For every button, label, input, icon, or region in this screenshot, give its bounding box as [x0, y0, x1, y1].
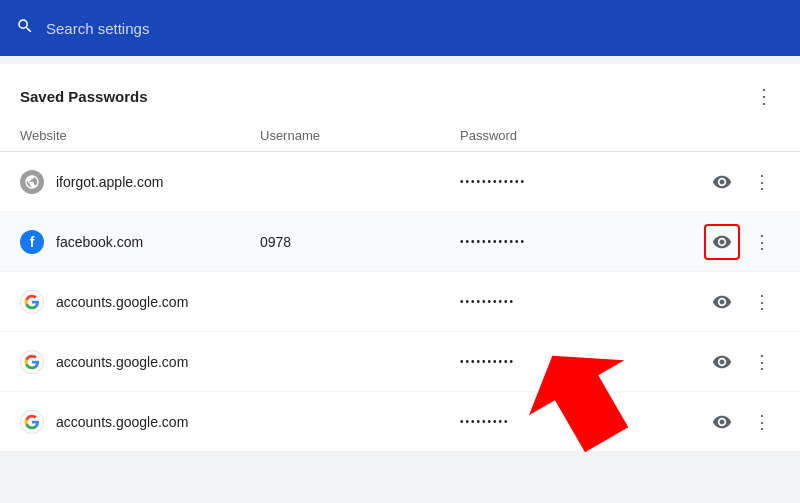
saved-passwords-title: Saved Passwords	[20, 88, 148, 105]
column-headers: Website Username Password	[0, 120, 800, 152]
reveal-password-button-google-2[interactable]	[704, 344, 740, 380]
password-row-google-2: accounts.google.com •••••••••• ⋮	[0, 332, 800, 392]
vertical-dots-icon: ⋮	[753, 351, 771, 373]
site-name-google-3: accounts.google.com	[56, 414, 188, 430]
password-dots-google-2: ••••••••••	[460, 356, 515, 367]
row-website-google-1: accounts.google.com	[20, 290, 260, 314]
password-dots-facebook: ••••••••••••	[460, 236, 526, 247]
site-icon-google-3	[20, 410, 44, 434]
reveal-password-button-facebook[interactable]	[704, 224, 740, 260]
vertical-dots-icon: ⋮	[753, 291, 771, 313]
row-more-button-google-1[interactable]: ⋮	[744, 284, 780, 320]
site-name-facebook: facebook.com	[56, 234, 143, 250]
row-more-button-google-2[interactable]: ⋮	[744, 344, 780, 380]
main-content: Saved Passwords ⋮ Website Username Passw…	[0, 64, 800, 452]
row-more-button-google-3[interactable]: ⋮	[744, 404, 780, 440]
row-more-button-apple[interactable]: ⋮	[744, 164, 780, 200]
row-actions-apple: ⋮	[704, 164, 780, 200]
row-website-apple: iforgot.apple.com	[20, 170, 260, 194]
row-actions-facebook: ⋮	[704, 224, 780, 260]
reveal-password-button-google-1[interactable]	[704, 284, 740, 320]
site-name-google-1: accounts.google.com	[56, 294, 188, 310]
vertical-dots-icon: ⋮	[753, 171, 771, 193]
password-row-apple: iforgot.apple.com •••••••••••• ⋮	[0, 152, 800, 212]
saved-passwords-more-button[interactable]: ⋮	[748, 80, 780, 112]
row-password-facebook: ••••••••••••	[460, 236, 704, 247]
password-dots-google-3: •••••••••	[460, 416, 510, 427]
password-row-facebook: f facebook.com 0978 •••••••••••• ⋮	[0, 212, 800, 272]
row-actions-google-2: ⋮	[704, 344, 780, 380]
site-icon-google-1	[20, 290, 44, 314]
site-name-google-2: accounts.google.com	[56, 354, 188, 370]
row-actions-google-1: ⋮	[704, 284, 780, 320]
row-website-google-2: accounts.google.com	[20, 350, 260, 374]
row-website-google-3: accounts.google.com	[20, 410, 260, 434]
row-password-google-3: •••••••••	[460, 416, 704, 427]
row-password-google-1: ••••••••••	[460, 296, 704, 307]
search-bar	[0, 0, 800, 56]
vertical-dots-icon: ⋮	[753, 411, 771, 433]
row-website-facebook: f facebook.com	[20, 230, 260, 254]
vertical-dots-icon: ⋮	[753, 231, 771, 253]
site-name-apple: iforgot.apple.com	[56, 174, 163, 190]
col-header-username: Username	[260, 128, 460, 143]
row-actions-google-3: ⋮	[704, 404, 780, 440]
vertical-dots-icon: ⋮	[754, 84, 774, 108]
search-input[interactable]	[46, 20, 784, 37]
password-dots-apple: ••••••••••••	[460, 176, 526, 187]
reveal-password-button-apple[interactable]	[704, 164, 740, 200]
row-password-google-2: ••••••••••	[460, 356, 704, 367]
row-username-facebook: 0978	[260, 234, 460, 250]
row-more-button-facebook[interactable]: ⋮	[744, 224, 780, 260]
password-row-google-1: accounts.google.com •••••••••• ⋮	[0, 272, 800, 332]
site-icon-google-2	[20, 350, 44, 374]
page-wrapper: Saved Passwords ⋮ Website Username Passw…	[0, 0, 800, 503]
site-icon-apple	[20, 170, 44, 194]
row-password-apple: ••••••••••••	[460, 176, 704, 187]
col-header-password: Password	[460, 128, 780, 143]
reveal-password-button-google-3[interactable]	[704, 404, 740, 440]
saved-passwords-header: Saved Passwords ⋮	[0, 64, 800, 120]
password-row-google-3: accounts.google.com ••••••••• ⋮	[0, 392, 800, 452]
col-header-website: Website	[20, 128, 260, 143]
search-icon	[16, 17, 34, 40]
site-icon-facebook: f	[20, 230, 44, 254]
password-dots-google-1: ••••••••••	[460, 296, 515, 307]
